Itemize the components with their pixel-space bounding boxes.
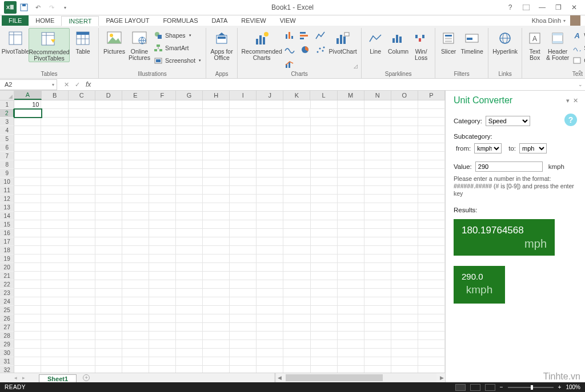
cell[interactable] [418, 109, 445, 118]
cell[interactable] [69, 280, 95, 289]
cell[interactable] [311, 246, 338, 254]
cell[interactable] [338, 212, 364, 220]
row-header[interactable]: 9 [0, 169, 14, 177]
apps-for-office-button[interactable]: Apps for Office [210, 28, 234, 61]
cell[interactable] [257, 357, 283, 366]
cell[interactable] [149, 229, 176, 237]
wordart-button[interactable]: AWordArt▾ [571, 29, 585, 42]
cell[interactable] [41, 357, 68, 366]
cell[interactable] [391, 100, 418, 109]
cell[interactable] [364, 340, 391, 349]
cell[interactable] [283, 289, 310, 297]
cell[interactable] [418, 160, 445, 169]
cell[interactable] [418, 220, 445, 229]
cell[interactable] [203, 220, 230, 229]
cell[interactable] [122, 254, 149, 263]
cell[interactable] [364, 349, 391, 357]
column-header[interactable]: P [418, 91, 445, 100]
cell[interactable] [95, 349, 122, 357]
zoom-in-icon[interactable]: + [558, 384, 562, 390]
cell[interactable] [418, 212, 445, 220]
cell[interactable] [257, 186, 283, 195]
cell[interactable] [230, 220, 257, 229]
cell[interactable] [391, 246, 418, 254]
cell[interactable] [69, 126, 95, 135]
cell[interactable] [283, 135, 310, 143]
cell[interactable] [176, 195, 203, 203]
cell[interactable] [69, 212, 95, 220]
cell[interactable] [69, 254, 95, 263]
cell[interactable] [122, 366, 149, 373]
cell[interactable] [257, 340, 283, 349]
cell[interactable] [283, 340, 310, 349]
cell[interactable] [69, 220, 95, 229]
column-header[interactable]: H [203, 91, 230, 100]
cell[interactable] [95, 246, 122, 254]
spark-column-button[interactable]: Column [387, 28, 410, 55]
page-layout-view-icon[interactable] [470, 384, 480, 391]
cell[interactable] [364, 203, 391, 212]
tab-splitter[interactable] [274, 373, 276, 382]
cell[interactable] [149, 297, 176, 306]
cell[interactable] [391, 143, 418, 152]
cell[interactable] [364, 246, 391, 254]
cell[interactable] [203, 314, 230, 323]
cell[interactable] [149, 272, 176, 280]
cell[interactable] [311, 297, 338, 306]
cell[interactable] [203, 229, 230, 237]
cell[interactable] [391, 366, 418, 373]
cell[interactable] [14, 340, 41, 349]
cell[interactable] [418, 332, 445, 340]
zoom-level[interactable]: 100% [566, 384, 580, 390]
cell[interactable] [122, 152, 149, 160]
cell[interactable] [230, 289, 257, 297]
cell[interactable] [418, 143, 445, 152]
cell[interactable] [418, 297, 445, 306]
cell[interactable] [311, 332, 338, 340]
cell[interactable] [176, 212, 203, 220]
cell[interactable] [42, 109, 69, 118]
cell[interactable] [14, 220, 41, 229]
cell[interactable] [418, 340, 445, 349]
cell[interactable] [176, 314, 203, 323]
cell[interactable] [14, 246, 41, 254]
cell[interactable] [391, 314, 418, 323]
cell[interactable] [391, 340, 418, 349]
value-input[interactable] [475, 161, 543, 172]
cell[interactable] [14, 169, 41, 177]
cell[interactable] [203, 237, 230, 246]
cell[interactable] [14, 229, 41, 237]
cell[interactable] [203, 254, 230, 263]
cell[interactable] [95, 297, 122, 306]
cell[interactable] [122, 195, 149, 203]
cell[interactable] [311, 195, 338, 203]
cell[interactable] [283, 349, 310, 357]
pictures-button[interactable]: Pictures [102, 28, 126, 55]
cell[interactable] [14, 160, 41, 169]
cell[interactable] [69, 100, 95, 109]
cell[interactable] [41, 272, 68, 280]
cell[interactable] [203, 263, 230, 272]
cell[interactable] [95, 177, 122, 186]
cell[interactable] [95, 100, 122, 109]
cell[interactable] [95, 220, 122, 229]
row-header[interactable]: 31 [0, 357, 14, 366]
cell[interactable] [69, 357, 95, 366]
cell[interactable] [364, 289, 391, 297]
column-header[interactable]: E [122, 91, 149, 100]
cell[interactable] [122, 160, 149, 169]
tab-insert[interactable]: INSERT [61, 16, 99, 26]
column-header[interactable]: K [283, 91, 310, 100]
sheet-nav-prev-icon[interactable]: ◂ [11, 375, 19, 381]
cell[interactable] [391, 357, 418, 366]
cell[interactable] [203, 272, 230, 280]
cell[interactable] [311, 220, 338, 229]
cell[interactable] [418, 254, 445, 263]
cell[interactable] [14, 118, 41, 126]
cell[interactable] [364, 254, 391, 263]
cell[interactable] [176, 280, 203, 289]
cell[interactable] [176, 229, 203, 237]
cell[interactable] [122, 297, 149, 306]
column-header[interactable]: A [14, 91, 41, 100]
cell[interactable] [95, 160, 122, 169]
